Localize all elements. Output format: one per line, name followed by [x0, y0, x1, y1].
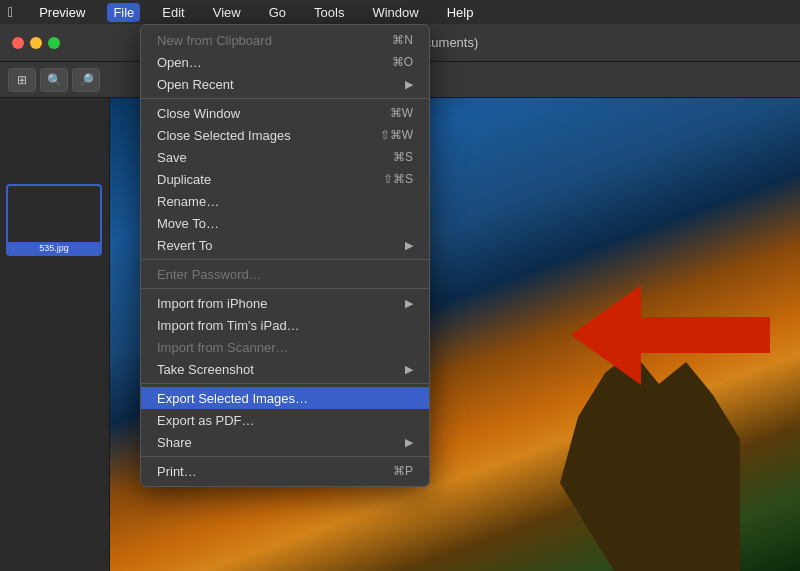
separator-3 — [141, 288, 429, 289]
arrow-body — [640, 317, 770, 353]
menu-item-save[interactable]: Save ⌘S — [141, 146, 429, 168]
thumbnail-label: 535.jpg — [8, 242, 100, 254]
menu-item-share[interactable]: Share ▶ — [141, 431, 429, 453]
file-dropdown-menu: New from Clipboard ⌘N Open… ⌘O Open Rece… — [140, 24, 430, 487]
menu-item-export-pdf[interactable]: Export as PDF… — [141, 409, 429, 431]
close-button[interactable] — [12, 37, 24, 49]
menu-shortcut-save: ⌘S — [393, 150, 413, 164]
thumbnail-2[interactable]: 535.jpg — [6, 184, 102, 256]
menu-shortcut-open: ⌘O — [392, 55, 413, 69]
menu-item-open-recent[interactable]: Open Recent ▶ — [141, 73, 429, 95]
zoom-out-button[interactable]: 🔍 — [40, 68, 68, 92]
zoom-in-button[interactable]: 🔎 — [72, 68, 100, 92]
menu-bar:  Preview File Edit View Go Tools Window… — [0, 0, 800, 24]
menu-item-revert-to[interactable]: Revert To ▶ — [141, 234, 429, 256]
menu-item-duplicate[interactable]: Duplicate ⇧⌘S — [141, 168, 429, 190]
menu-item-rename[interactable]: Rename… — [141, 190, 429, 212]
menubar-tools[interactable]: Tools — [308, 3, 350, 22]
menubar-preview[interactable]: Preview — [33, 3, 91, 22]
menu-item-close-window[interactable]: Close Window ⌘W — [141, 102, 429, 124]
menu-item-open[interactable]: Open… ⌘O — [141, 51, 429, 73]
menu-item-enter-password[interactable]: Enter Password… — [141, 263, 429, 285]
thumbnail-image-1 — [8, 108, 100, 176]
menubar-view[interactable]: View — [207, 3, 247, 22]
menu-item-close-selected-images[interactable]: Close Selected Images ⇧⌘W — [141, 124, 429, 146]
apple-menu[interactable]:  — [8, 4, 13, 20]
menu-shortcut-close-selected: ⇧⌘W — [380, 128, 413, 142]
thumbnail-1[interactable] — [6, 106, 102, 178]
separator-1 — [141, 98, 429, 99]
maximize-button[interactable] — [48, 37, 60, 49]
minimize-button[interactable] — [30, 37, 42, 49]
separator-5 — [141, 456, 429, 457]
menu-item-take-screenshot[interactable]: Take Screenshot ▶ — [141, 358, 429, 380]
menu-shortcut-close-window: ⌘W — [390, 106, 413, 120]
menu-shortcut-duplicate: ⇧⌘S — [383, 172, 413, 186]
submenu-arrow-open-recent: ▶ — [405, 78, 413, 91]
menubar-window[interactable]: Window — [366, 3, 424, 22]
sidebar-toggle-button[interactable]: ⊞ — [8, 68, 36, 92]
submenu-arrow-screenshot: ▶ — [405, 363, 413, 376]
menu-item-import-iphone[interactable]: Import from iPhone ▶ — [141, 292, 429, 314]
menubar-go[interactable]: Go — [263, 3, 292, 22]
separator-2 — [141, 259, 429, 260]
menu-item-export-selected[interactable]: Export Selected Images… — [141, 387, 429, 409]
submenu-arrow-share: ▶ — [405, 436, 413, 449]
red-arrow — [571, 285, 770, 385]
menu-item-import-ipad[interactable]: Import from Tim's iPad… — [141, 314, 429, 336]
submenu-arrow-iphone: ▶ — [405, 297, 413, 310]
menu-shortcut-new: ⌘N — [392, 33, 413, 47]
zoom-in-icon: 🔎 — [79, 73, 94, 87]
thumbnail-sidebar: 535.jpg — [0, 98, 110, 571]
menu-item-move-to[interactable]: Move To… — [141, 212, 429, 234]
menubar-edit[interactable]: Edit — [156, 3, 190, 22]
menu-item-import-scanner[interactable]: Import from Scanner… — [141, 336, 429, 358]
separator-4 — [141, 383, 429, 384]
menubar-help[interactable]: Help — [441, 3, 480, 22]
submenu-arrow-revert: ▶ — [405, 239, 413, 252]
zoom-out-icon: 🔍 — [47, 73, 62, 87]
menubar-file[interactable]: File — [107, 3, 140, 22]
sidebar-icon: ⊞ — [17, 73, 27, 87]
menu-shortcut-print: ⌘P — [393, 464, 413, 478]
arrow-head — [571, 285, 641, 385]
traffic-lights — [12, 37, 60, 49]
menu-item-new-from-clipboard[interactable]: New from Clipboard ⌘N — [141, 29, 429, 51]
menu-item-print[interactable]: Print… ⌘P — [141, 460, 429, 482]
